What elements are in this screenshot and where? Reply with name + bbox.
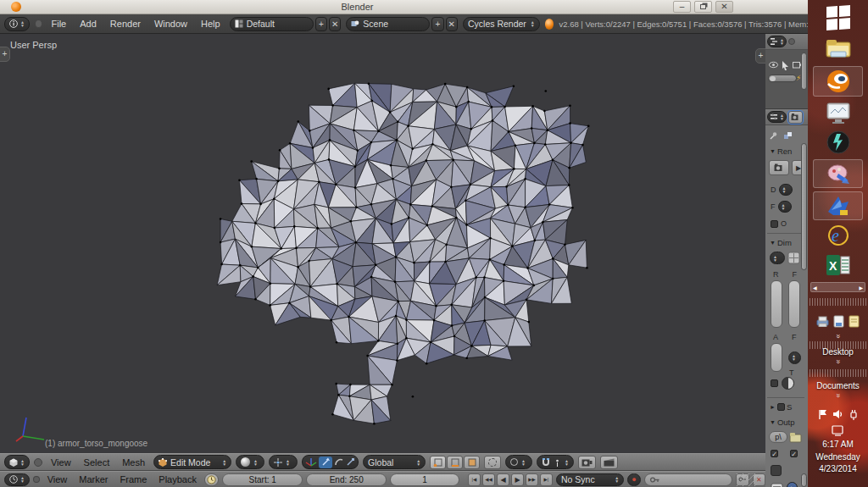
collapse-menus-toggle[interactable] [35,19,42,28]
properties-scrollbar-end[interactable] [801,473,807,487]
add-scene-button[interactable]: + [431,17,443,31]
pin-icon[interactable] [769,131,777,141]
vertex-select-button[interactable] [430,456,446,469]
render-still-button[interactable] [769,160,789,175]
scene-selector[interactable]: Scene [346,17,430,31]
menu-select[interactable]: Select [80,457,114,468]
taskbar-excel[interactable]: X [808,251,868,279]
clock-time[interactable]: 6:17 AM [808,439,868,450]
action-center-flag-icon[interactable] [818,409,827,420]
taskbar-blender[interactable] [808,66,868,97]
document-icon[interactable] [833,315,844,328]
delete-scene-button[interactable]: ✕ [446,17,458,31]
view3d-type-selector[interactable]: ▲▼ [4,455,30,469]
documents-expand[interactable]: » [808,391,868,400]
half-toggle-icon[interactable] [782,377,794,390]
checkbox[interactable]: ✓ [790,450,798,457]
clock-date[interactable]: 4/23/2014 [808,463,868,474]
outliner-scrollbar[interactable] [801,53,807,90]
next-keyframe-button[interactable]: ▶▶ [526,473,538,486]
output-panel-header[interactable]: ▼ Outp [767,418,795,427]
checkbox[interactable]: ✓ [771,450,778,457]
window-titlebar[interactable]: Blender – ✕ [0,0,808,14]
opengl-render-still-button[interactable] [578,456,596,469]
minimize-button[interactable]: – [673,1,691,13]
menu-playback[interactable]: Playback [154,474,201,484]
menu-render[interactable]: Render [106,19,145,29]
format-stepper[interactable]: ▲▼ [787,482,798,487]
transform-orientation-selector[interactable]: Global ▲▼ [363,455,426,469]
outliner-editor[interactable]: ▲▼ ⚡ [765,34,808,109]
checkbox[interactable] [771,220,778,228]
file-format-icon[interactable] [771,483,784,487]
menu-view-timeline[interactable]: View [43,474,72,484]
add-layout-button[interactable]: + [315,17,327,31]
pin-id-row[interactable] [769,131,793,141]
jump-to-start-button[interactable]: |◀ [468,473,481,486]
visibility-eye-icon[interactable] [769,61,778,69]
face-select-button[interactable] [464,456,480,469]
taskbar-media-app[interactable] [808,100,868,127]
frame-start-field[interactable]: Start: 1 [222,473,303,486]
menu-file[interactable]: File [47,19,71,29]
resolution-x-slider[interactable] [771,280,782,328]
scroll-left-icon[interactable]: ◀ [813,285,817,291]
outliner-type-selector[interactable]: ▲▼ [767,36,787,47]
proportional-edit-selector[interactable]: ▲▼ [505,455,532,469]
previous-keyframe-button[interactable]: ◀◀ [482,473,495,486]
feature-set-dropdown[interactable]: ▲▼ [778,201,792,213]
timeline-type-selector[interactable]: ▲▼ [4,473,30,486]
tool-shelf-tab[interactable]: + [0,47,10,62]
limit-selection-visible-button[interactable] [484,456,501,469]
delete-layout-button[interactable]: ✕ [329,17,341,31]
play-button[interactable]: ▶ [511,473,524,486]
taskbar-internet-explorer[interactable]: e [808,222,868,249]
play-reverse-button[interactable]: ◀ [497,473,509,486]
desktop-expand[interactable]: » [808,357,868,366]
close-button[interactable]: ✕ [715,1,733,13]
menu-view[interactable]: View [47,457,75,468]
documents-toolbar[interactable]: Documents [808,379,868,391]
taskbar-scroll-track[interactable]: ◀ ▶ [810,282,865,292]
dark-toggle[interactable] [771,465,782,476]
sync-mode-selector[interactable]: No Sync ▲▼ [556,473,624,486]
presets-dropdown[interactable]: ▲▼ [770,252,785,264]
taskbar-file-explorer[interactable] [808,36,868,61]
folder-browse-icon[interactable] [789,431,803,443]
translate-manipulator-button[interactable] [319,457,332,468]
display-mode-dropdown[interactable]: ▲▼ [779,184,793,196]
menu-window[interactable]: Window [150,19,192,29]
menu-mesh[interactable]: Mesh [118,457,149,468]
printer-icon[interactable] [816,316,829,327]
selectable-cursor-icon[interactable] [782,61,789,70]
header-menu-toggle[interactable] [34,458,42,467]
3d-viewport[interactable]: User Persp + + (1) armor_torso_mongoose [0,34,765,453]
preview-range-button[interactable] [204,473,219,486]
start-button[interactable] [808,4,868,31]
desktop-toolbar[interactable]: Desktop [808,346,868,357]
notes-icon[interactable] [849,315,860,328]
rotate-manipulator-icon[interactable] [334,457,344,468]
clock-day[interactable]: Wednesday [808,451,868,462]
outliner-menu-toggle[interactable] [788,38,795,45]
keying-set-field[interactable] [644,473,733,486]
resolution-y-slider[interactable] [788,280,800,328]
menu-add[interactable]: Add [75,19,101,29]
render-panel-header[interactable]: ▼ Ren [767,147,792,156]
volume-speaker-icon[interactable] [832,409,843,419]
menu-marker[interactable]: Marker [75,474,112,484]
armor-mesh-wireframe[interactable] [0,34,765,453]
properties-editor[interactable]: ▲▼ ▼ Ren ▶ [765,109,808,487]
output-path-field[interactable]: p\ [769,431,787,443]
quick-launch-expand[interactable]: » [808,332,868,340]
opengl-render-anim-button[interactable] [600,456,618,469]
outliner-slider[interactable] [768,75,797,82]
manipulator-axes-icon[interactable] [305,457,317,468]
scale-manipulator-icon[interactable] [346,457,355,467]
restore-button[interactable] [694,1,712,13]
properties-type-selector[interactable]: ▲▼ [767,111,787,123]
jump-to-end-button[interactable]: ▶| [540,473,553,486]
slider-knob[interactable] [770,76,776,81]
edge-select-button[interactable] [447,456,463,469]
editor-type-selector[interactable]: ▲▼ [4,17,30,31]
